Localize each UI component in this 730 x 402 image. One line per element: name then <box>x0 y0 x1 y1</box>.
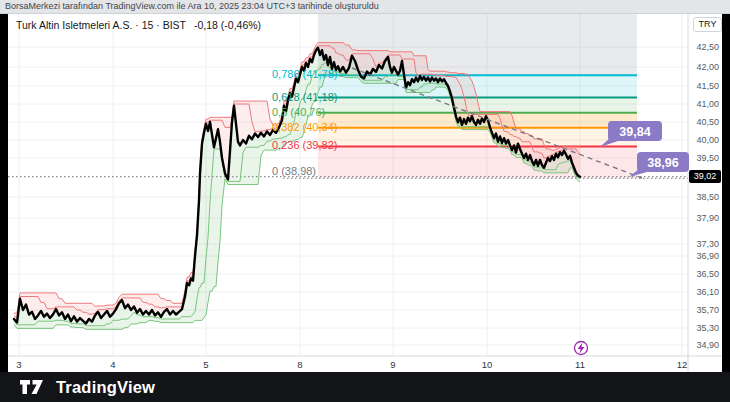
time-axis-label: 9 <box>390 359 395 370</box>
legend: Turk Altin Isletmeleri A.S. · 15 · BIST-… <box>16 19 261 31</box>
price-axis-label: 40,00 <box>688 135 719 145</box>
price-axis-label: 41,00 <box>688 99 719 109</box>
tradingview-logo-text: TradingView <box>56 378 155 397</box>
time-axis-label: 10 <box>482 359 493 370</box>
price-axis[interactable]: 42,5042,0041,5041,0040,5040,0039,5038,50… <box>688 14 722 372</box>
attribution-bar: BorsaMerkezi tarafından TradingView.com … <box>0 0 730 14</box>
currency-button[interactable]: TRY <box>693 17 722 32</box>
time-axis-label: 12 <box>677 359 688 370</box>
footer-bar: TradingView <box>0 372 730 402</box>
price-axis-label: 36,90 <box>688 251 719 261</box>
tradingview-snapshot: BorsaMerkezi tarafından TradingView.com … <box>0 0 730 402</box>
price-axis-label: 38,50 <box>688 192 719 202</box>
lightning-marker[interactable] <box>575 342 588 355</box>
price-axis-label: 39,50 <box>688 153 719 163</box>
callout-value: 39,84 <box>619 125 650 139</box>
price-axis-label: 35,30 <box>688 323 719 333</box>
price-axis-label: 37,90 <box>688 213 719 223</box>
price-axis-label: 36,50 <box>688 269 719 279</box>
attribution-text: BorsaMerkezi tarafından TradingView.com … <box>5 1 379 11</box>
price-axis-label: 40,50 <box>688 117 719 127</box>
price-axis-label: 37,30 <box>688 239 719 249</box>
price-axis-label: 42,00 <box>688 62 719 72</box>
legend-symbol: Turk Altin Isletmeleri A.S. · 15 · BIST <box>16 19 186 31</box>
tradingview-logo[interactable]: TradingView <box>0 372 730 402</box>
price-axis-label: 36,10 <box>688 287 719 297</box>
price-axis-label: 34,90 <box>688 340 719 350</box>
legend-change: -0,18 (-0,46%) <box>194 19 261 31</box>
price-axis-label: 42,50 <box>688 42 719 52</box>
tradingview-logo-icon <box>20 379 44 395</box>
last-price-badge: 39,02 <box>689 170 721 183</box>
time-axis-label: 5 <box>203 359 208 370</box>
callout-value: 38,96 <box>647 156 678 170</box>
time-axis-label: 4 <box>110 359 115 370</box>
fib-retracement <box>283 14 688 178</box>
time-axis-label: 8 <box>297 359 302 370</box>
time-axis-label: 11 <box>575 359 585 370</box>
price-axis-label: 35,70 <box>688 305 719 315</box>
time-axis-label: 3 <box>16 359 21 370</box>
chart-canvas[interactable]: 39,8438,96 <box>0 0 730 402</box>
time-axis[interactable]: 34589101112 <box>8 356 688 372</box>
price-axis-label: 41,50 <box>688 81 719 91</box>
